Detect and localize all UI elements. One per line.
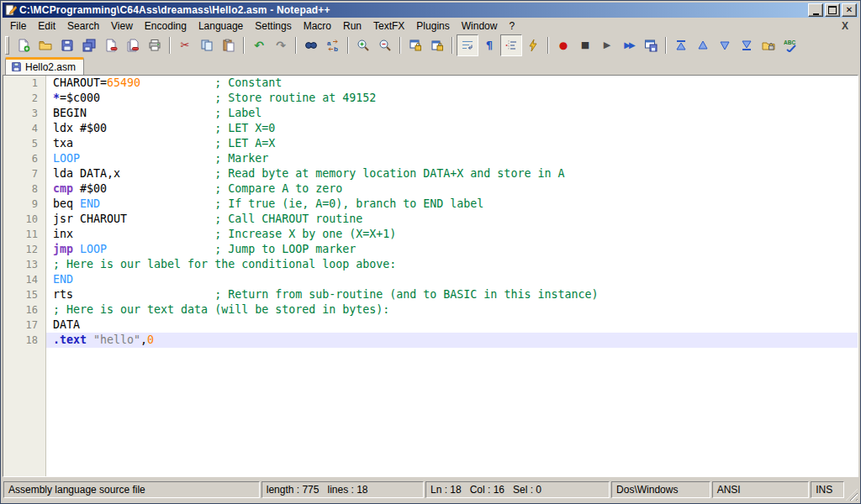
menu-item-view[interactable]: View bbox=[105, 18, 139, 34]
replace-button[interactable]: ab bbox=[322, 34, 344, 56]
code-line-7[interactable]: lda DATA,x ; Read byte at memory locatio… bbox=[46, 166, 858, 181]
show-all-characters-button[interactable]: ¶ bbox=[478, 34, 500, 56]
document-close-button[interactable]: X bbox=[838, 19, 852, 33]
cut-icon: ✂ bbox=[178, 39, 192, 52]
new-file-button[interactable] bbox=[13, 34, 34, 56]
line-number: 17 bbox=[3, 318, 45, 333]
start-recording-button[interactable]: ● bbox=[552, 34, 574, 56]
svg-text:a: a bbox=[327, 39, 331, 47]
find-button[interactable] bbox=[300, 34, 322, 56]
code-segment: ; If true (ie, A=0), branch to END label bbox=[100, 197, 483, 210]
function-completion-button[interactable] bbox=[522, 34, 544, 56]
menu-item-encoding[interactable]: Encoding bbox=[139, 18, 193, 34]
next-mark-button[interactable] bbox=[714, 34, 736, 56]
copy-button[interactable] bbox=[196, 34, 218, 56]
open-file-button[interactable] bbox=[34, 34, 56, 56]
spell-check-button[interactable]: ABC bbox=[779, 34, 801, 56]
code-line-5[interactable]: txa ; LET A=X bbox=[46, 136, 858, 151]
stop-recording-icon: ■ bbox=[578, 39, 592, 52]
menu-item-window[interactable]: Window bbox=[456, 18, 504, 34]
undo-button[interactable]: ↶ bbox=[248, 34, 270, 56]
copy-icon bbox=[200, 39, 214, 52]
playback-button[interactable]: ▶ bbox=[596, 34, 618, 56]
code-line-15[interactable]: rts ; Return from sub-routine (and to BA… bbox=[46, 287, 858, 302]
code-segment: ; Read byte at memory location DATA+X an… bbox=[120, 167, 564, 180]
code-line-10[interactable]: jsr CHAROUT ; Call CHAROUT routine bbox=[46, 212, 858, 227]
tab-hello2-asm[interactable]: Hello2.asm bbox=[5, 57, 84, 75]
line-number: 18 bbox=[3, 333, 45, 348]
minimize-button[interactable] bbox=[808, 3, 823, 17]
code-line-6[interactable]: LOOP ; Marker bbox=[46, 151, 858, 166]
sync-vertical-button[interactable] bbox=[404, 34, 426, 56]
previous-mark-button[interactable] bbox=[692, 34, 714, 56]
status-length-info: length : 775 lines : 18 bbox=[261, 481, 424, 498]
line-number: 1 bbox=[3, 76, 45, 91]
line-number: 8 bbox=[3, 181, 45, 197]
run-macro-multiple-button[interactable]: ▶▶ bbox=[618, 34, 640, 56]
code-line-9[interactable]: beq END ; If true (ie, A=0), branch to E… bbox=[46, 197, 858, 212]
maximize-button[interactable] bbox=[825, 3, 840, 17]
code-line-17[interactable]: DATA bbox=[46, 318, 858, 333]
show-indent-guide-button[interactable] bbox=[500, 34, 522, 56]
paste-button[interactable] bbox=[218, 34, 240, 56]
menu-item-search[interactable]: Search bbox=[61, 18, 105, 34]
code-line-14[interactable]: END bbox=[46, 272, 858, 287]
menu-item-help[interactable]: ? bbox=[503, 18, 520, 34]
save-all-icon bbox=[82, 39, 96, 52]
code-line-4[interactable]: ldx #$00 ; LET X=0 bbox=[46, 121, 858, 136]
print-button[interactable] bbox=[144, 34, 166, 56]
last-mark-button[interactable] bbox=[736, 34, 758, 56]
stop-recording-button[interactable]: ■ bbox=[574, 34, 596, 56]
close-file-icon bbox=[104, 39, 118, 52]
first-mark-button[interactable] bbox=[670, 34, 692, 56]
code-segment: * bbox=[53, 92, 60, 104]
menu-item-language[interactable]: Language bbox=[193, 18, 249, 34]
zoom-out-button[interactable] bbox=[374, 34, 396, 56]
code-line-11[interactable]: inx ; Increase X by one (X=X+1) bbox=[46, 227, 858, 242]
line-number: 7 bbox=[3, 166, 45, 181]
sync-horizontal-icon bbox=[430, 39, 444, 52]
sync-horizontal-button[interactable] bbox=[426, 34, 448, 56]
save-all-button[interactable] bbox=[78, 34, 100, 56]
snippets-icon bbox=[762, 39, 775, 52]
code-line-16[interactable]: ; Here is our text data (will be stored … bbox=[46, 302, 858, 318]
redo-button[interactable]: ↷ bbox=[270, 34, 292, 56]
line-number: 14 bbox=[3, 272, 45, 287]
toolbar-separator bbox=[295, 37, 297, 54]
undo-icon: ↶ bbox=[252, 39, 266, 52]
close-button[interactable]: ✕ bbox=[842, 3, 857, 17]
code-segment bbox=[73, 243, 80, 255]
close-all-button[interactable] bbox=[122, 34, 144, 56]
code-line-3[interactable]: BEGIN ; Label bbox=[46, 106, 858, 121]
resize-grip[interactable] bbox=[846, 489, 858, 501]
menu-item-edit[interactable]: Edit bbox=[32, 18, 61, 34]
toolbar-grip[interactable] bbox=[5, 36, 9, 55]
close-file-button[interactable] bbox=[100, 34, 122, 56]
save-file-button[interactable] bbox=[56, 34, 78, 56]
save-macro-button[interactable] bbox=[640, 34, 662, 56]
menu-item-file[interactable]: File bbox=[4, 18, 32, 34]
code-line-12[interactable]: jmp LOOP ; Jump to LOOP marker bbox=[46, 242, 858, 257]
editor[interactable]: 123456789101112131415161718 CHAROUT=6549… bbox=[3, 75, 858, 477]
code-segment bbox=[87, 333, 93, 346]
code-line-1[interactable]: CHAROUT=65490 ; Constant bbox=[46, 76, 858, 91]
word-wrap-icon bbox=[461, 39, 474, 52]
menu-item-plugins[interactable]: Plugins bbox=[410, 18, 455, 34]
menu-item-textfx[interactable]: TextFX bbox=[367, 18, 410, 34]
menu-item-run[interactable]: Run bbox=[337, 18, 367, 34]
open-file-icon bbox=[39, 39, 52, 52]
menu-item-macro[interactable]: Macro bbox=[298, 18, 337, 34]
code-line-2[interactable]: *=$c000 ; Store routine at 49152 bbox=[46, 91, 858, 106]
code-line-13[interactable]: ; Here is our label for the conditional … bbox=[46, 257, 858, 272]
menu-item-settings[interactable]: Settings bbox=[249, 18, 297, 34]
snippets-button[interactable] bbox=[758, 34, 779, 56]
line-number: 5 bbox=[3, 136, 45, 151]
word-wrap-button[interactable] bbox=[457, 34, 478, 56]
cut-button[interactable]: ✂ bbox=[174, 34, 196, 56]
code-line-18[interactable]: .text "hello",0 bbox=[46, 333, 858, 348]
run-macro-multiple-icon: ▶▶ bbox=[622, 39, 636, 52]
svg-text:ABC: ABC bbox=[784, 39, 795, 45]
code-line-8[interactable]: cmp #$00 ; Compare A to zero bbox=[46, 181, 858, 197]
zoom-in-button[interactable] bbox=[352, 34, 374, 56]
code-segment: cmp bbox=[53, 182, 73, 195]
